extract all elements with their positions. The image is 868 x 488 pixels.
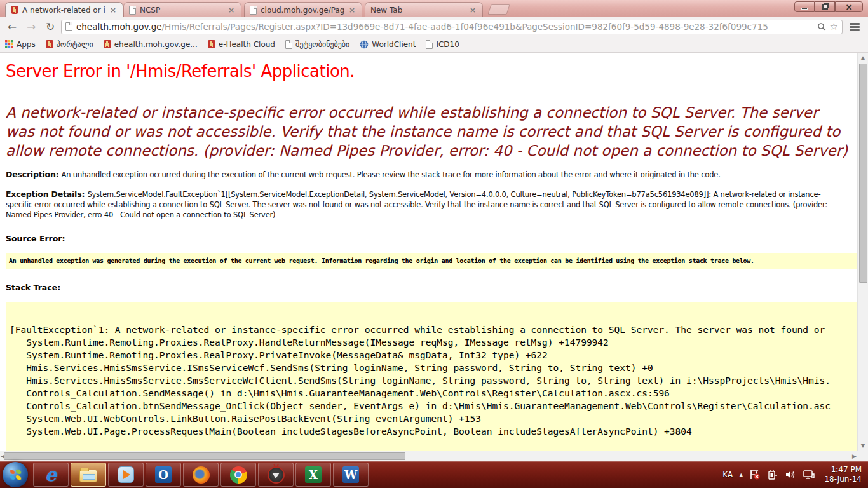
scrollbar-corner [857, 451, 868, 461]
tab-new-tab[interactable]: New Tab × [365, 2, 483, 17]
start-button[interactable] [3, 462, 28, 487]
folder-icon [79, 470, 97, 482]
action-center-flag-icon[interactable] [749, 469, 761, 480]
bookmark-label: პორტალი [57, 40, 93, 49]
bookmark-star-icon[interactable]: ☆ [830, 21, 838, 32]
error-subtitle: A network-related or instance-specific e… [6, 103, 857, 160]
bookmark-label: ICD10 [436, 40, 459, 49]
clock-time: 1:47 PM [824, 465, 862, 475]
browser-titlebar: A network-related or insta × NCSP × clou… [0, 0, 868, 17]
horizontal-scrollbar[interactable]: ◀ ▶ [0, 451, 857, 461]
power-plug-icon[interactable] [767, 469, 778, 480]
taskbar: e O X W KA ▲ 1:47 PM 18-Jun-14 [0, 461, 868, 488]
taskbar-word[interactable]: W [333, 463, 369, 487]
description-text: An unhandled exception occurred during t… [62, 170, 721, 179]
tab-ncsp[interactable]: NCSP × [123, 2, 241, 17]
media-player-icon [118, 466, 134, 483]
exception-label: Exception Details: [6, 189, 87, 199]
page-favicon-icon [250, 6, 257, 15]
bookmarks-bar: Apps პორტალი ehealth.moh.gov.ge... e-Hea… [0, 36, 868, 53]
emblem-favicon-icon [46, 40, 53, 48]
taskbar-excel[interactable]: X [295, 463, 331, 487]
taskbar-clock[interactable]: 1:47 PM 18-Jun-14 [824, 465, 865, 484]
tab-title: A network-related or insta [22, 6, 105, 15]
bookmark-ehealth-cloud[interactable]: e-Health Cloud [208, 40, 275, 49]
emblem-favicon-icon [208, 40, 215, 48]
close-button[interactable]: × [835, 1, 863, 12]
bookmark-label: შეტყობინებები [295, 40, 349, 49]
vertical-scrollbar[interactable]: ▲ ▼ [857, 53, 868, 451]
source-error-label: Source Error: [6, 234, 857, 243]
chrome-menu-icon[interactable] [845, 19, 864, 34]
taskbar-windows-explorer[interactable] [71, 463, 106, 487]
vertical-scroll-thumb[interactable] [859, 64, 867, 283]
window-controls: × [794, 1, 863, 12]
reload-button[interactable]: ↻ [42, 19, 58, 34]
document-favicon-icon [426, 40, 433, 49]
restore-icon [822, 4, 828, 10]
description-label: Description: [6, 170, 62, 179]
back-button[interactable]: ← [4, 19, 20, 34]
restore-button[interactable] [815, 1, 835, 12]
screen: A network-related or insta × NCSP × clou… [0, 0, 868, 488]
network-icon[interactable] [803, 469, 815, 480]
volume-icon[interactable] [785, 469, 796, 480]
horizontal-scroll-thumb[interactable] [4, 452, 405, 460]
url-text[interactable]: ehealth.moh.gov.ge/Hmis/Referrals/Pages/… [76, 22, 813, 32]
zoom-icon[interactable] [817, 22, 826, 31]
tab-title: NCSP [140, 6, 223, 15]
tab-close-icon[interactable]: × [348, 6, 356, 15]
browser-navbar: ← → ↻ ehealth.moh.gov.ge/Hmis/Referrals/… [0, 17, 868, 36]
exception-text: System.ServiceModel.FaultException`1[[Sy… [6, 190, 827, 219]
tab-close-icon[interactable]: × [227, 6, 236, 15]
minimize-button[interactable] [794, 1, 815, 12]
minimize-icon [801, 8, 808, 10]
tab-close-icon[interactable]: × [468, 6, 477, 15]
scroll-right-icon[interactable]: ▶ [852, 451, 857, 461]
site-favicon-icon [11, 6, 18, 14]
bookmark-worldclient[interactable]: WorldClient [360, 40, 416, 49]
address-bar[interactable]: ehealth.moh.gov.ge/Hmis/Referrals/Pages/… [61, 20, 843, 34]
taskbar-internet-explorer[interactable]: e [33, 463, 69, 487]
word-icon: W [342, 466, 359, 483]
excel-icon: X [305, 466, 322, 483]
bookmark-apps[interactable]: Apps [5, 40, 36, 49]
page-info-icon[interactable] [65, 22, 72, 31]
taskbar-firefox[interactable] [183, 463, 219, 487]
bookmark-label: Apps [17, 40, 36, 49]
tab-error-page[interactable]: A network-related or insta × [5, 2, 123, 17]
tray-expand-icon[interactable]: ▲ [739, 472, 743, 478]
bookmark-messages[interactable]: შეტყობინებები [285, 40, 349, 49]
chrome-icon [230, 466, 247, 484]
taskbar-tv-app[interactable] [258, 463, 294, 487]
globe-icon [360, 40, 369, 49]
error-page: Server Error in '/Hmis/Referrals' Applic… [0, 53, 857, 451]
taskbar-chrome[interactable] [220, 463, 256, 487]
firefox-icon [193, 466, 210, 484]
bookmark-label: ehealth.moh.gov.ge... [114, 40, 198, 49]
tab-title: New Tab [370, 6, 465, 15]
divider [6, 90, 857, 90]
emblem-favicon-icon [104, 40, 111, 48]
description-paragraph: Description: An unhandled exception occu… [6, 170, 857, 180]
forward-button[interactable]: → [23, 19, 39, 34]
scroll-down-icon[interactable]: ▼ [858, 440, 868, 451]
url-domain: ehealth.moh.gov.ge [76, 22, 162, 32]
tab-title: cloud.moh.gov.ge/Pages/ [261, 6, 344, 15]
bookmark-label: WorldClient [372, 40, 416, 49]
tab-close-icon[interactable]: × [109, 6, 118, 15]
bookmark-label: e-Health Cloud [219, 40, 275, 49]
outlook-icon: O [155, 466, 172, 483]
scroll-up-icon[interactable]: ▲ [858, 53, 868, 63]
bookmark-icd10[interactable]: ICD10 [426, 40, 459, 49]
clock-date: 18-Jun-14 [824, 475, 862, 484]
tab-cloud-moh[interactable]: cloud.moh.gov.ge/Pages/ × [244, 2, 362, 17]
language-indicator[interactable]: KA [722, 470, 733, 479]
apps-grid-icon [5, 40, 13, 48]
page-title: Server Error in '/Hmis/Referrals' Applic… [6, 62, 857, 81]
taskbar-media-player[interactable] [108, 463, 144, 487]
taskbar-outlook[interactable]: O [146, 463, 181, 487]
bookmark-portal[interactable]: პორტალი [46, 40, 93, 49]
new-tab-button[interactable] [487, 4, 510, 15]
bookmark-ehealth[interactable]: ehealth.moh.gov.ge... [104, 40, 198, 49]
